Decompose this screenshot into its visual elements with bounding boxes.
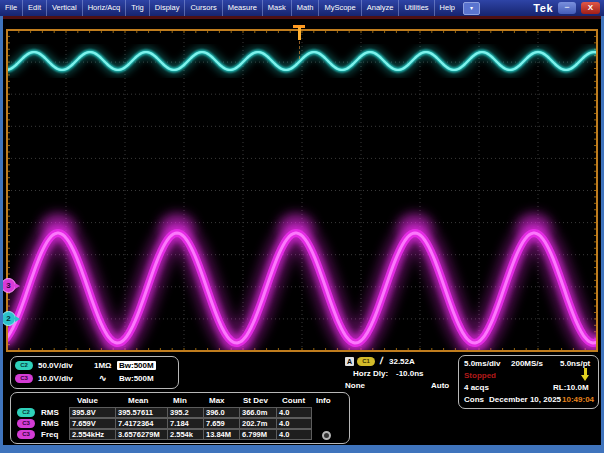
meas-row3-count: 4.0 [276,429,312,440]
meas-row1-stdev: 366.0m [239,407,278,418]
window-border-bottom [0,445,604,453]
col-header-info: Info [316,396,331,405]
meas-row3-value: 2.554kHz [69,429,117,440]
menu-cursors[interactable]: Cursors [185,0,222,16]
close-button[interactable]: X [581,2,600,14]
horizontal-readout[interactable]: 5.0ms/div 200MS/s 5.0ns/pt Stopped 4 acq… [458,355,599,409]
menu-trig[interactable]: Trig [126,0,150,16]
channel3-marker-arrow-icon [15,283,20,289]
acquisition-status: Stopped [464,371,496,380]
time-readout: 10:49:04 [562,395,594,404]
meas-row2-max: 7.659 [203,418,241,429]
channel3-coupling-icon: ∿ [99,373,107,383]
menu-overflow-button[interactable]: ▾ [463,2,480,15]
col-header-mean: Mean [128,396,148,405]
menu-vertical[interactable]: Vertical [47,0,83,16]
menu-bar: File Edit Vertical Horiz/Acq Trig Displa… [0,0,604,16]
meas-row1-badge: C2 [17,408,35,417]
oscilloscope-screen: 3 2 File Edit Vertical Horiz/Acq Trig Di… [0,0,604,453]
meas-row2-stdev: 202.7m [239,418,278,429]
meas-row1-mean: 395.57611 [115,407,169,418]
channel3-bandwidth: Bw:500M [119,374,154,383]
channel3-badge[interactable]: C3 [15,374,33,383]
menu-utilities[interactable]: Utilities [399,0,434,16]
col-header-value: Value [77,396,98,405]
channel-readout-box[interactable]: C2 50.0V/div 1MΩ Bw:500M C3 10.0V/div ∿ … [10,356,179,389]
channel3-position-marker[interactable]: 3 [1,278,16,293]
down-arrow-icon [581,368,590,382]
meas-row2-badge: C3 [17,419,35,428]
menu-math[interactable]: Math [292,0,320,16]
horz-delay-value: -10.0ns [396,369,424,378]
trigger-level: 32.52A [389,357,415,366]
acquisition-count: 4 acqs [464,383,489,392]
channel3-marker-label: 3 [6,281,10,290]
meas-row1-count: 4.0 [276,407,312,418]
meas-row2-min: 7.184 [167,418,205,429]
meas-row3-stdev: 6.799M [239,429,278,440]
meas-row1-name: RMS [41,408,59,417]
meas-row2-mean: 7.4172364 [115,418,169,429]
meas-row3-badge: C3 [17,430,35,439]
meas-row1-value: 395.8V [69,407,117,418]
channel2-impedance: 1MΩ [94,361,112,370]
menu-analyze[interactable]: Analyze [362,0,400,16]
measurement-table: Value Mean Min Max St Dev Count Info C2 … [10,392,350,444]
menu-edit[interactable]: Edit [23,0,47,16]
sample-resolution: 5.0ns/pt [560,359,590,368]
minimize-button[interactable]: − [558,2,576,14]
meas-row1-min: 395.2 [167,407,205,418]
rising-edge-icon: / [379,355,384,366]
menu-display[interactable]: Display [150,0,186,16]
channel2-badge[interactable]: C2 [15,361,33,370]
menu-myscope[interactable]: MyScope [319,0,361,16]
menu-measure[interactable]: Measure [223,0,263,16]
menu-help[interactable]: Help [435,0,460,16]
channel2-marker-arrow-icon [15,316,20,322]
window-border-left [0,16,3,453]
horz-delay-label: Horz Dly: [353,369,388,378]
trigger-source-badge: C1 [357,357,375,366]
meas-row2-value: 7.659V [69,418,117,429]
menu-file[interactable]: File [0,0,23,16]
meas-row1-max: 396.0 [203,407,241,418]
trigger-mode-auto: Auto [431,381,449,390]
info-icon[interactable] [322,431,331,440]
menu-mask[interactable]: Mask [263,0,292,16]
sample-rate: 200MS/s [511,359,543,368]
trigger-readout[interactable]: A C1 / 32.52A Horz Dly: -10.0ns None Aut… [343,355,458,397]
meas-row3-name: Freq [41,430,58,439]
col-header-min: Min [173,396,187,405]
trigger-marker-stem [298,27,301,40]
col-header-count: Count [282,396,305,405]
horizontal-scale: 5.0ms/div [464,359,500,368]
meas-row3-mean: 3.6576279M [115,429,169,440]
channel2-position-marker[interactable]: 2 [1,311,16,326]
col-header-max: Max [209,396,225,405]
record-length: RL:10.0M [553,383,589,392]
trigger-a-icon: A [345,357,354,366]
channel2-marker-label: 2 [6,314,10,323]
col-header-stdev: St Dev [243,396,268,405]
meas-row2-name: RMS [41,419,59,428]
meas-row3-min: 2.554k [167,429,205,440]
channel3-scale[interactable]: 10.0V/div [38,374,73,383]
tek-logo: Tek [533,2,553,14]
date-readout: December 10, 2025 [489,395,561,404]
readout-panel: C2 50.0V/div 1MΩ Bw:500M C3 10.0V/div ∿ … [3,353,601,445]
trigger-marker-dashline [299,41,300,59]
menubar-divider [0,16,604,19]
trigger-position-marker[interactable] [292,25,306,59]
meas-row3-max: 13.84M [203,429,241,440]
channel2-bandwidth: Bw:500M [117,361,156,370]
menu-horiz-acq[interactable]: Horiz/Acq [83,0,127,16]
trigger-mode-none: None [345,381,365,390]
channel2-scale[interactable]: 50.0V/div [38,361,73,370]
cons-label: Cons [464,395,484,404]
meas-row2-count: 4.0 [276,418,312,429]
